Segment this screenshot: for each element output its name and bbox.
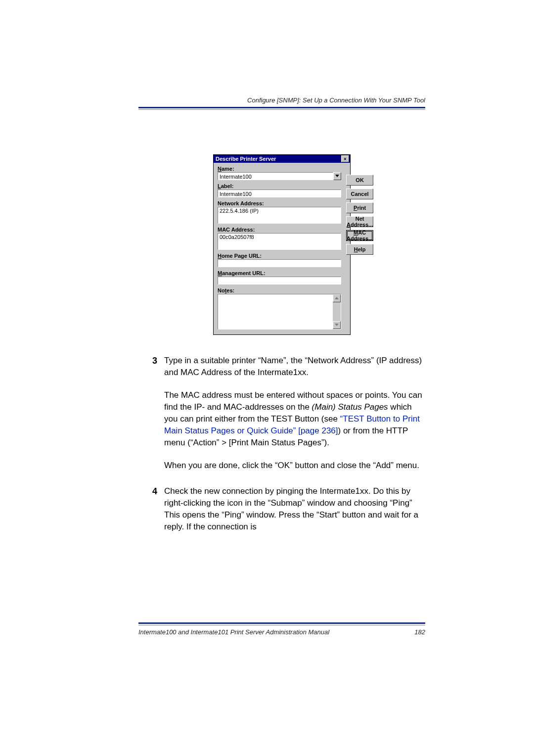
home-page-url-label: Home Page URL: [218, 253, 341, 259]
network-address-label: Network Address: [218, 200, 341, 206]
body-text: Check the new connection by pinging the … [164, 485, 425, 533]
net-address-button[interactable]: Net Address... [346, 216, 373, 227]
mac-address-input[interactable]: 00c0a20507f8 [218, 233, 341, 250]
scrollbar[interactable] [333, 294, 341, 329]
mac-address-button[interactable]: MAC Address... [346, 230, 373, 241]
step-4: 4 Check the new connection by pinging th… [148, 485, 425, 533]
svg-marker-1 [335, 297, 339, 299]
footer-page-number: 182 [414, 628, 425, 636]
footer-rule [138, 622, 425, 625]
notes-textarea[interactable] [218, 294, 341, 330]
body-text: Type in a suitable printer “Name”, the “… [164, 355, 425, 378]
dropdown-button[interactable] [333, 172, 341, 180]
home-page-url-input[interactable] [218, 259, 341, 267]
name-input[interactable]: Intermate100 [218, 172, 333, 180]
dialog-title: Describe Printer Server [216, 156, 276, 162]
management-url-label: Management URL: [218, 270, 341, 276]
section-header: Configure [SNMP]: Set Up a Connection Wi… [138, 96, 425, 104]
describe-printer-server-dialog: Describe Printer Server × Name: Intermat… [213, 154, 351, 335]
svg-marker-0 [335, 175, 339, 177]
body-text: When you are done, click the “OK” button… [164, 460, 425, 472]
step-number: 3 [148, 355, 164, 472]
name-label: Name: [218, 166, 341, 172]
scroll-down-button[interactable] [333, 321, 341, 329]
scroll-up-button[interactable] [333, 294, 341, 302]
name-combobox[interactable]: Intermate100 [218, 172, 341, 180]
dialog-titlebar: Describe Printer Server × [214, 155, 350, 163]
svg-marker-2 [335, 324, 339, 326]
step-3: 3 Type in a suitable printer “Name”, the… [148, 355, 425, 472]
chevron-down-icon [335, 324, 339, 327]
chevron-up-icon [335, 297, 339, 300]
close-button[interactable]: × [341, 155, 349, 162]
help-button[interactable]: Help [346, 244, 373, 255]
cancel-button[interactable]: Cancel [346, 189, 373, 199]
notes-label: Notes: [218, 287, 341, 293]
label-input[interactable]: Intermate100 [218, 189, 341, 197]
print-button[interactable]: Print [346, 202, 373, 213]
step-number: 4 [148, 485, 164, 533]
header-rule [138, 107, 425, 110]
network-address-input[interactable]: 222.5.4.186 (IP) [218, 207, 341, 224]
ok-button[interactable]: OK [346, 175, 373, 186]
body-text: The MAC address must be entered without … [164, 389, 425, 449]
label-label: Label: [218, 183, 341, 189]
chevron-down-icon [335, 175, 339, 178]
close-icon: × [344, 156, 347, 162]
mac-address-label: MAC Address: [218, 227, 341, 233]
management-url-input[interactable] [218, 277, 341, 284]
footer-doc-title: Intermate100 and Intermate101 Print Serv… [138, 628, 329, 636]
